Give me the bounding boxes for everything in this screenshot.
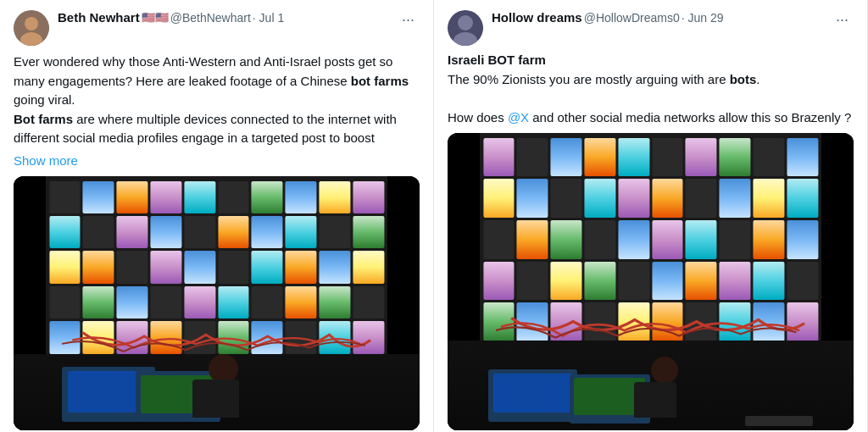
avatar-image-left — [14, 10, 49, 46]
more-options-right[interactable]: ··· — [831, 10, 854, 29]
tweet-mention-x[interactable]: @X — [508, 110, 529, 125]
show-more-link[interactable]: Show more — [14, 153, 420, 168]
phone-cell-r — [652, 262, 683, 301]
phone-cell — [184, 181, 215, 213]
phone-cell-r — [686, 220, 717, 259]
phone-cell-r — [686, 179, 717, 218]
phone-cell — [117, 251, 148, 283]
phone-cell — [83, 216, 114, 248]
tweet-line2: How does @X and other social media netwo… — [448, 108, 854, 128]
phone-cell — [319, 251, 350, 283]
phone-cell — [184, 286, 215, 318]
phone-cell-r — [720, 179, 751, 218]
botfarm-image-left — [14, 176, 420, 430]
phone-cell-r — [483, 179, 515, 218]
phone-cell — [83, 181, 114, 213]
phone-cell-r — [787, 138, 818, 177]
phone-cell-r — [517, 262, 548, 301]
phone-cell — [319, 286, 350, 318]
phone-cell-r — [483, 138, 515, 177]
phone-cell — [184, 216, 215, 248]
monitor-rl — [488, 369, 577, 422]
phone-cell — [286, 286, 317, 318]
phone-cell — [150, 286, 181, 318]
tweet-subtitle-right: Israeli BOT farm — [448, 53, 854, 67]
author-handle-left: @BethNewhart — [170, 11, 251, 25]
phone-cell-r — [720, 262, 751, 301]
phone-cell-r — [483, 220, 515, 259]
phone-cell — [353, 216, 384, 248]
tweet-header-right: Hollow dreams @HollowDreams0 · Jun 29 ··… — [448, 10, 854, 46]
avatar-left — [14, 10, 49, 46]
tweet-date-left: · Jul 1 — [253, 11, 284, 25]
tweet-right: Hollow dreams @HollowDreams0 · Jun 29 ··… — [434, 0, 868, 432]
phone-cell-r — [618, 220, 649, 259]
phone-cell-r — [618, 179, 649, 218]
phone-cell — [117, 216, 148, 248]
tweet-header-left: Beth Newhart 🇺🇸🇺🇸 @BethNewhart · Jul 1 ·… — [14, 10, 420, 46]
phone-cell-r — [753, 220, 784, 259]
person-body — [192, 379, 239, 418]
phone-cell-r — [584, 179, 615, 218]
phone-cell — [184, 251, 215, 283]
phone-cell — [252, 216, 283, 248]
avatar-image-right — [448, 10, 483, 46]
phone-cell-r — [787, 220, 818, 259]
more-options-left[interactable]: ··· — [397, 10, 420, 29]
author-name-left: Beth Newhart — [58, 10, 140, 25]
tweet-body-left: Ever wondered why those Anti-Western and… — [14, 53, 420, 148]
phone-cell-r — [652, 138, 683, 177]
phone-cell-r — [787, 179, 818, 218]
desk-area — [14, 354, 420, 430]
phone-cell — [150, 251, 181, 283]
tweet-left: Beth Newhart 🇺🇸🇺🇸 @BethNewhart · Jul 1 ·… — [0, 0, 434, 432]
phone-cell — [218, 181, 249, 213]
phone-cell — [117, 286, 148, 318]
phone-cell — [150, 181, 181, 213]
phone-cell — [49, 216, 81, 248]
tweet-line1: The 90% Zionists you are mostly arguing … — [448, 70, 854, 90]
phone-cell-r — [787, 262, 818, 301]
tweet-meta-left: Beth Newhart 🇺🇸🇺🇸 @BethNewhart · Jul 1 — [58, 10, 397, 25]
tweet-bold-r1: bots — [730, 72, 757, 86]
phone-cell — [218, 286, 249, 318]
desk-area-right — [448, 341, 854, 429]
phone-cell-r — [753, 262, 784, 301]
phone-cell-r — [720, 220, 751, 259]
phone-cell — [353, 286, 384, 318]
phone-cell-r — [652, 220, 683, 259]
phone-cell-r — [652, 179, 683, 218]
tweet-meta-right: Hollow dreams @HollowDreams0 · Jun 29 — [492, 10, 831, 25]
keyboard — [745, 416, 813, 426]
phone-cell — [353, 181, 384, 213]
monitor-screen-rl — [493, 374, 571, 413]
tweet-date-right: · Jun 29 — [682, 11, 724, 25]
tweet-text-r1: The 90% Zionists you are mostly arguing … — [448, 72, 730, 86]
phone-cell — [150, 216, 181, 248]
svg-point-4 — [458, 15, 473, 30]
phone-cell-r — [686, 138, 717, 177]
tweet-text-r2: . — [756, 72, 760, 86]
author-name-right: Hollow dreams — [492, 10, 582, 25]
phone-cell — [286, 181, 317, 213]
phone-cell — [49, 181, 81, 213]
tweet-bold2: Bot farms — [14, 112, 73, 126]
phone-cell — [83, 251, 114, 283]
phone-cell — [252, 286, 283, 318]
tweet-text-r4: and other social media networks allow th… — [529, 110, 851, 125]
phone-cell-r — [551, 179, 582, 218]
tweet-text-p1: Ever wondered why those Anti-Western and… — [14, 54, 392, 88]
phone-cell-r — [551, 138, 582, 177]
phone-cell-r — [584, 138, 615, 177]
phone-cell — [117, 181, 148, 213]
phone-cell-r — [618, 262, 649, 301]
phone-cell — [353, 251, 384, 283]
tweet-body-right: The 90% Zionists you are mostly arguing … — [448, 70, 854, 128]
author-line-left: Beth Newhart 🇺🇸🇺🇸 @BethNewhart · Jul 1 — [58, 10, 397, 25]
phone-cell-r — [551, 220, 582, 259]
phone-cell — [286, 216, 317, 248]
phone-cell — [83, 286, 114, 318]
tweet-text-r3: How does — [448, 110, 508, 125]
tweet-image-right — [448, 133, 854, 430]
phone-cell — [286, 251, 317, 283]
